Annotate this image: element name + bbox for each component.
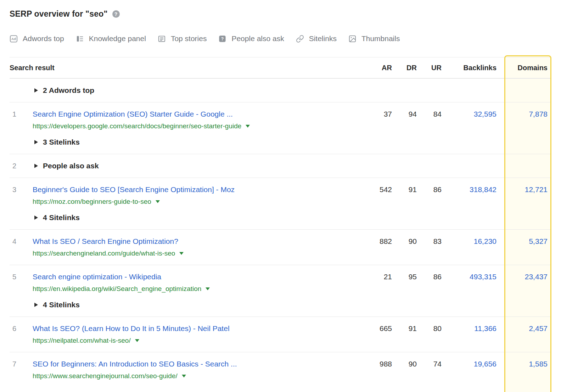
result-url-link[interactable]: https://searchengineland.com/guide/what-… (33, 250, 175, 257)
result-url-link[interactable]: https://neilpatel.com/what-is-seo/ (33, 337, 131, 345)
url-dropdown-icon[interactable] (135, 339, 139, 342)
serp-table: Search result AR DR UR Backlinks Domains… (0, 57, 567, 387)
backlinks-link[interactable]: 11,366 (474, 324, 496, 332)
sitelinks-expander[interactable]: 4 Sitelinks (34, 301, 80, 309)
result-title-link[interactable]: What Is SEO / Search Engine Optimization… (33, 237, 178, 245)
sitelinks-expander[interactable]: 4 Sitelinks (34, 213, 80, 222)
adwords-top-expander[interactable]: 2 Adwords top (34, 86, 94, 95)
url-dropdown-icon[interactable] (182, 375, 186, 377)
result-title-link[interactable]: Search engine optimization - Wikipedia (33, 273, 161, 281)
col-header-backlinks[interactable]: Backlinks (442, 64, 496, 72)
url-dropdown-icon[interactable] (179, 252, 184, 255)
serp-overview-page: SERP overview for "seo" ? Ad Adwords top… (0, 0, 567, 392)
ur-value: 86 (417, 271, 442, 282)
svg-text:Ad: Ad (11, 37, 16, 41)
dr-value: 90 (392, 236, 417, 247)
url-dropdown-icon[interactable] (156, 200, 160, 203)
people-also-ask-expander[interactable]: People also ask (34, 162, 99, 170)
toolbar-item-thumbnails[interactable]: Thumbnails (348, 34, 400, 43)
row-number: 5 (0, 271, 23, 282)
col-header-search-result[interactable]: Search result (0, 64, 360, 72)
ur-value: 80 (417, 323, 442, 334)
toolbar-item-label: Adwords top (23, 34, 64, 43)
people-also-ask-icon: ? (218, 35, 226, 43)
adwords-icon: Ad (10, 35, 18, 43)
dr-value: 91 (392, 323, 417, 334)
toolbar-item-top-stories[interactable]: Top stories (158, 34, 207, 43)
domains-link[interactable]: 7,878 (529, 110, 548, 118)
backlinks-link[interactable]: 16,230 (474, 237, 496, 245)
result-title-link[interactable]: What Is SEO? (Learn How to Do It in 5 Mi… (33, 324, 230, 332)
row-number: 1 (0, 109, 23, 119)
row-number: 7 (0, 359, 23, 369)
url-dropdown-icon[interactable] (246, 125, 250, 128)
svg-text:?: ? (221, 37, 224, 41)
header-bar: SERP overview for "seo" ? (0, 0, 567, 19)
domains-link[interactable]: 12,721 (525, 185, 548, 194)
serp-features-toolbar: Ad Adwords top Knowledge panel Top stori… (0, 34, 567, 43)
result-url-link[interactable]: https://en.wikipedia.org/wiki/Search_eng… (33, 285, 201, 293)
table-row: 5 Search engine optimization - Wikipedia… (0, 265, 567, 317)
chevron-right-icon (34, 303, 38, 307)
table-header: Search result AR DR UR Backlinks Domains (0, 57, 567, 78)
result-title-link[interactable]: SEO for Beginners: An Introduction to SE… (33, 360, 237, 368)
chevron-right-icon (34, 164, 38, 168)
result-url-link[interactable]: https://moz.com/beginners-guide-to-seo (33, 198, 151, 206)
ur-value: 84 (417, 109, 442, 119)
ur-value: 74 (417, 359, 442, 369)
result-title-link[interactable]: Beginner's Guide to SEO [Search Engine O… (33, 185, 235, 194)
knowledge-panel-icon (76, 35, 84, 43)
toolbar-item-label: Top stories (171, 34, 207, 43)
dr-value: 95 (392, 271, 417, 282)
toolbar-item-label: Thumbnails (361, 34, 400, 43)
table-row: 1 Search Engine Optimization (SEO) Start… (0, 102, 567, 154)
backlinks-link[interactable]: 32,595 (474, 110, 496, 118)
chevron-right-icon (34, 215, 38, 220)
domains-link[interactable]: 5,327 (529, 237, 548, 245)
toolbar-item-sitelinks[interactable]: Sitelinks (296, 34, 337, 43)
col-header-dr[interactable]: DR (392, 64, 417, 72)
sitelinks-icon (296, 35, 304, 43)
toolbar-item-adwords-top[interactable]: Ad Adwords top (10, 34, 64, 43)
table-row: 4 What Is SEO / Search Engine Optimizati… (0, 229, 567, 265)
table-row: 6 What Is SEO? (Learn How to Do It in 5 … (0, 317, 567, 352)
domains-link[interactable]: 1,585 (529, 360, 548, 368)
table-row: 7 SEO for Beginners: An Introduction to … (0, 352, 567, 387)
toolbar-item-label: People also ask (231, 34, 284, 43)
help-icon[interactable]: ? (112, 10, 120, 18)
toolbar-item-label: Sitelinks (309, 34, 337, 43)
toolbar-item-label: Knowledge panel (89, 34, 146, 43)
backlinks-link[interactable]: 19,656 (474, 360, 496, 368)
ar-value: 37 (360, 109, 392, 119)
toolbar-item-knowledge-panel[interactable]: Knowledge panel (76, 34, 146, 43)
ar-value: 21 (360, 271, 392, 282)
row-number: 3 (0, 184, 23, 195)
dr-value: 91 (392, 184, 417, 195)
chevron-right-icon (34, 140, 38, 144)
domains-link[interactable]: 2,457 (529, 324, 548, 332)
result-url-link[interactable]: https://developers.google.com/search/doc… (33, 122, 241, 130)
col-header-ar[interactable]: AR (360, 64, 392, 72)
backlinks-link[interactable]: 493,315 (470, 273, 496, 281)
result-url-link[interactable]: https://www.searchenginejournal.com/seo-… (33, 372, 178, 380)
col-header-ur[interactable]: UR (417, 64, 442, 72)
toolbar-item-people-also-ask[interactable]: ? People also ask (218, 34, 284, 43)
top-stories-icon (158, 35, 166, 43)
ur-value: 83 (417, 236, 442, 247)
backlinks-link[interactable]: 318,842 (470, 185, 496, 194)
ar-value: 665 (360, 323, 392, 334)
col-header-domains[interactable]: Domains (496, 64, 551, 72)
ar-value: 882 (360, 236, 392, 247)
domains-link[interactable]: 23,437 (525, 273, 548, 281)
page-title: SERP overview for "seo" (10, 9, 108, 19)
sitelinks-expander[interactable]: 3 Sitelinks (34, 138, 80, 146)
result-title-link[interactable]: Search Engine Optimization (SEO) Starter… (33, 110, 233, 118)
table-row: 2 Adwords top (0, 78, 567, 102)
dr-value: 90 (392, 359, 417, 369)
table-row: 2 People also ask (0, 154, 567, 178)
ar-value: 542 (360, 184, 392, 195)
url-dropdown-icon[interactable] (206, 287, 210, 290)
row-number: 2 (0, 161, 23, 171)
ur-value: 86 (417, 184, 442, 195)
thumbnails-icon (348, 35, 357, 43)
